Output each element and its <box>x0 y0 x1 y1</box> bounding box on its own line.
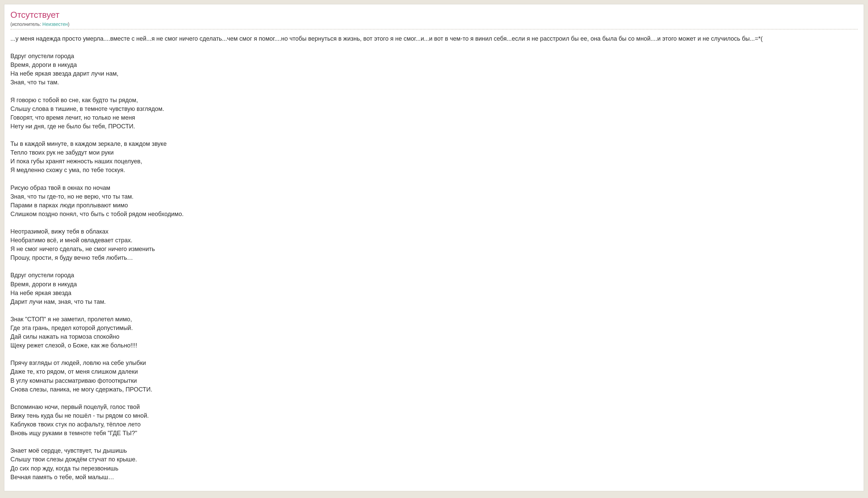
lyrics-body: Вдруг опустели города Время, дороги в ни… <box>10 52 858 482</box>
byline-prefix: (исполнитель: <box>10 22 42 27</box>
intro-text: ...у меня надежда просто умерла....вмест… <box>10 34 858 43</box>
song-title: Отсутствует <box>10 10 858 20</box>
byline-suffix: ) <box>68 22 69 27</box>
byline: (исполнитель: Неизвестен) <box>10 22 858 29</box>
content-panel: Отсутствует (исполнитель: Неизвестен) ..… <box>4 4 864 491</box>
artist-link[interactable]: Неизвестен <box>42 22 68 27</box>
